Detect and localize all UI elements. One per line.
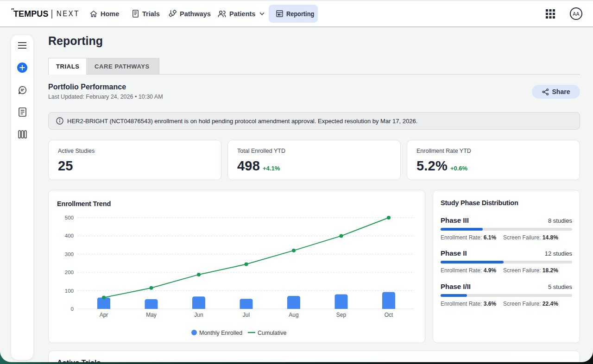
svg-text:Aug: Aug [289, 312, 298, 318]
svg-text:Jun: Jun [194, 312, 203, 318]
svg-text:400: 400 [65, 233, 74, 238]
svg-text:May: May [146, 312, 157, 318]
svg-text:Cumulative: Cumulative [258, 330, 287, 336]
svg-text:Apr: Apr [100, 312, 108, 318]
svg-text:Sep: Sep [336, 312, 347, 318]
svg-text:300: 300 [65, 251, 74, 257]
svg-text:Enrollment Trend: Enrollment Trend [57, 200, 111, 207]
svg-text:500: 500 [65, 215, 74, 220]
svg-text:100: 100 [65, 288, 74, 294]
svg-text:0: 0 [71, 306, 74, 312]
svg-text:200: 200 [65, 270, 74, 275]
svg-text:Oct: Oct [385, 312, 393, 318]
svg-text:Jul: Jul [243, 312, 250, 318]
svg-text:Monthly Enrolled: Monthly Enrolled [199, 330, 242, 336]
